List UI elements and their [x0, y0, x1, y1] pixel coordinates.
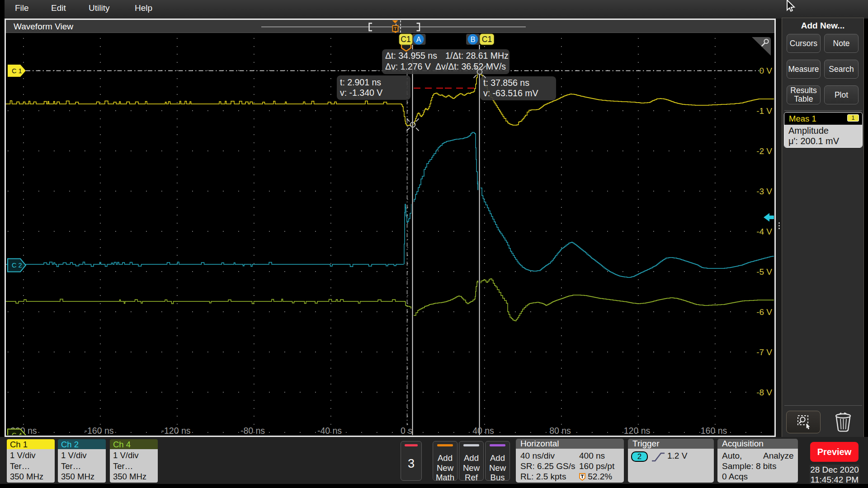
svg-text:0 V: 0 V	[759, 66, 772, 75]
svg-text:-6 V: -6 V	[756, 307, 772, 317]
svg-text:A: A	[416, 36, 421, 43]
svg-text:40 ns: 40 ns	[472, 426, 494, 435]
svg-text:Δt: 34.955 ns: Δt: 34.955 ns	[385, 51, 437, 61]
svg-text:-5 V: -5 V	[756, 267, 772, 277]
svg-text:C 2: C 2	[12, 262, 22, 269]
svg-text:v: -1.340 V: v: -1.340 V	[340, 88, 382, 98]
svg-text:C1: C1	[401, 35, 410, 44]
svg-text:-4 V: -4 V	[756, 227, 772, 236]
svg-text:t: 2.901 ns: t: 2.901 ns	[340, 77, 381, 87]
svg-text:B: B	[471, 36, 476, 43]
svg-text:-160 ns: -160 ns	[84, 426, 113, 435]
svg-text:t: 37.856 ns: t: 37.856 ns	[483, 78, 529, 88]
svg-text:C 1: C 1	[12, 67, 22, 75]
svg-text:-1 V: -1 V	[756, 106, 772, 116]
svg-text:-7 V: -7 V	[756, 347, 772, 357]
svg-text:-8 V: -8 V	[756, 388, 772, 397]
svg-text:-80 ns: -80 ns	[241, 426, 265, 435]
svg-text:Δv: 1.276 V: Δv: 1.276 V	[385, 61, 431, 71]
svg-text:C 4: C 4	[12, 432, 22, 435]
svg-text:-3 V: -3 V	[756, 187, 772, 196]
svg-text:Δv/Δt: 36.52 MV/s: Δv/Δt: 36.52 MV/s	[435, 61, 506, 71]
svg-text:160 ns: 160 ns	[701, 426, 727, 435]
svg-text:-40 ns: -40 ns	[317, 426, 342, 435]
svg-text:0 s: 0 s	[401, 426, 412, 435]
svg-text:C1: C1	[482, 35, 492, 44]
svg-text:80 ns: 80 ns	[549, 426, 571, 435]
svg-text:1/Δt: 28.61 MHz: 1/Δt: 28.61 MHz	[445, 51, 509, 61]
svg-text:-120 ns: -120 ns	[161, 426, 190, 435]
svg-text:v: -63.516 mV: v: -63.516 mV	[483, 88, 538, 98]
svg-text:-2 V: -2 V	[756, 146, 772, 156]
svg-text:120 ns: 120 ns	[624, 426, 651, 435]
